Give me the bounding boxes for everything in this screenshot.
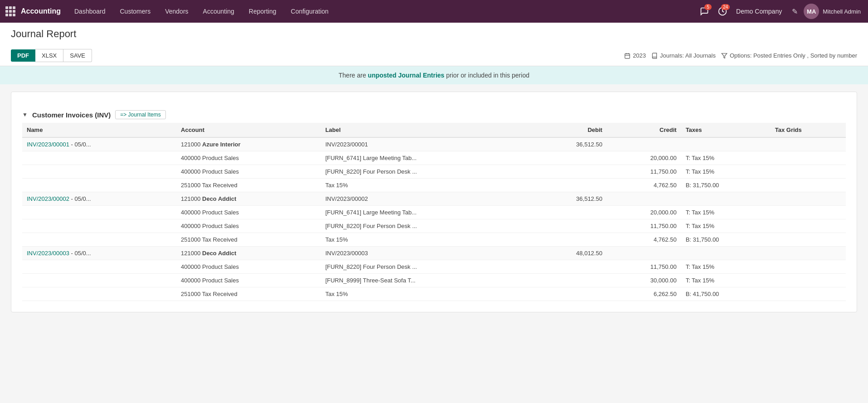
toolbar: PDF XLSX SAVE 2023 Journals: All Journal… xyxy=(11,45,857,66)
table-row: 251000 Tax Received Tax 15% 6,262.50 B: … xyxy=(22,287,846,301)
avatar[interactable]: MA xyxy=(804,4,819,19)
sub-taxes: T: Tax 15% xyxy=(681,165,771,179)
sub-credit: 6,262.50 xyxy=(607,287,681,301)
entry-account: 121000 Deco Addict xyxy=(176,192,321,206)
sub-taxes: B: 31,750.00 xyxy=(681,233,771,247)
sub-credit: 4,762.50 xyxy=(607,179,681,192)
entry-link[interactable]: INV/2023/00001 xyxy=(27,141,69,148)
sub-label: [FURN_8220] Four Person Desk ... xyxy=(321,260,533,274)
entry-debit: 36,512.50 xyxy=(533,192,607,206)
nav-dashboard[interactable]: Dashboard xyxy=(68,0,112,23)
tools-icon[interactable]: ✎ xyxy=(787,4,802,19)
table-body: INV/2023/00001 - 05/0... 121000 Azure In… xyxy=(22,137,846,301)
main-content: ▼ Customer Invoices (INV) => Journal Ite… xyxy=(0,84,868,320)
sub-taxgrids xyxy=(771,274,846,287)
sub-debit xyxy=(533,206,607,219)
sub-debit xyxy=(533,233,607,247)
entry-name[interactable]: INV/2023/00003 - 05/0... xyxy=(22,247,176,260)
table-header: Name Account Label Debit Credit Taxes Ta… xyxy=(22,123,846,137)
nav-reporting[interactable]: Reporting xyxy=(242,0,283,23)
sub-taxes: T: Tax 15% xyxy=(681,219,771,233)
table-row: 400000 Product Sales [FURN_8220] Four Pe… xyxy=(22,165,846,179)
sub-credit: 30,000.00 xyxy=(607,274,681,287)
sub-name xyxy=(22,233,176,247)
sub-debit xyxy=(533,274,607,287)
journal-items-link[interactable]: => Journal Items xyxy=(115,110,165,119)
sub-credit: 11,750.00 xyxy=(607,260,681,274)
entry-credit xyxy=(607,137,681,151)
svg-marker-5 xyxy=(722,53,727,58)
col-label: Label xyxy=(321,123,533,137)
col-credit: Credit xyxy=(607,123,681,137)
app-brand: Accounting xyxy=(19,7,63,15)
entry-name[interactable]: INV/2023/00001 - 05/0... xyxy=(22,137,176,151)
top-navigation: Accounting Dashboard Customers Vendors A… xyxy=(0,0,868,23)
company-name[interactable]: Demo Company xyxy=(732,8,786,15)
nav-configuration[interactable]: Configuration xyxy=(285,0,335,23)
sub-debit xyxy=(533,151,607,165)
year-filter-label: 2023 xyxy=(633,52,646,59)
col-debit: Debit xyxy=(533,123,607,137)
pdf-button[interactable]: PDF xyxy=(11,49,35,62)
sub-debit xyxy=(533,219,607,233)
app-logo[interactable]: Accounting xyxy=(5,6,63,16)
user-name[interactable]: Mitchell Admin xyxy=(821,8,863,15)
svg-rect-1 xyxy=(625,53,630,58)
journals-filter-label: Journals: All Journals xyxy=(660,52,716,59)
collapse-button[interactable]: ▼ xyxy=(22,112,28,118)
sub-taxes: B: 31,750.00 xyxy=(681,179,771,192)
sub-taxgrids xyxy=(771,219,846,233)
table-row: 251000 Tax Received Tax 15% 4,762.50 B: … xyxy=(22,179,846,192)
sub-label: Tax 15% xyxy=(321,287,533,301)
entry-name[interactable]: INV/2023/00002 - 05/0... xyxy=(22,192,176,206)
sub-account: 400000 Product Sales xyxy=(176,165,321,179)
sub-label: Tax 15% xyxy=(321,179,533,192)
table-row: INV/2023/00003 - 05/0... 121000 Deco Add… xyxy=(22,247,846,260)
sub-label: [FURN_8220] Four Person Desk ... xyxy=(321,219,533,233)
sub-taxgrids xyxy=(771,287,846,301)
sub-taxes: T: Tax 15% xyxy=(681,151,771,165)
sub-taxgrids xyxy=(771,233,846,247)
nav-accounting[interactable]: Accounting xyxy=(197,0,241,23)
banner-link[interactable]: unposted Journal Entries xyxy=(368,72,445,79)
col-taxgrids: Tax Grids xyxy=(771,123,846,137)
sub-account: 251000 Tax Received xyxy=(176,179,321,192)
options-filter[interactable]: Options: Posted Entries Only , Sorted by… xyxy=(721,52,857,59)
entry-taxes xyxy=(681,192,771,206)
book-icon xyxy=(651,53,658,59)
xlsx-button[interactable]: XLSX xyxy=(35,49,63,62)
entry-debit: 48,012.50 xyxy=(533,247,607,260)
nav-vendors[interactable]: Vendors xyxy=(159,0,194,23)
info-banner: There are unposted Journal Entries prior… xyxy=(0,66,868,84)
table-row: 400000 Product Sales [FURN_6741] Large M… xyxy=(22,151,846,165)
entry-debit: 36,512.50 xyxy=(533,137,607,151)
sub-account: 251000 Tax Received xyxy=(176,233,321,247)
sub-name xyxy=(22,219,176,233)
sub-label: Tax 15% xyxy=(321,233,533,247)
entry-link[interactable]: INV/2023/00003 xyxy=(27,250,69,257)
journal-section: ▼ Customer Invoices (INV) => Journal Ite… xyxy=(22,110,846,301)
sub-debit xyxy=(533,260,607,274)
table-row: INV/2023/00002 - 05/0... 121000 Deco Add… xyxy=(22,192,846,206)
entry-taxgrids xyxy=(771,247,846,260)
sub-taxes: T: Tax 15% xyxy=(681,260,771,274)
clock-icon-btn[interactable]: 24 xyxy=(714,3,731,19)
sub-account: 400000 Product Sales xyxy=(176,206,321,219)
filter-icon xyxy=(721,53,727,59)
nav-customers[interactable]: Customers xyxy=(114,0,157,23)
grid-menu-icon[interactable] xyxy=(5,6,15,16)
sub-taxes: B: 41,750.00 xyxy=(681,287,771,301)
sub-account: 400000 Product Sales xyxy=(176,219,321,233)
chat-icon-btn[interactable]: 5 xyxy=(696,3,713,19)
journals-filter[interactable]: Journals: All Journals xyxy=(651,52,716,59)
sub-account: 400000 Product Sales xyxy=(176,260,321,274)
entry-link[interactable]: INV/2023/00002 xyxy=(27,195,69,202)
chat-badge: 5 xyxy=(704,4,712,10)
save-button[interactable]: SAVE xyxy=(63,49,92,62)
col-name: Name xyxy=(22,123,176,137)
banner-suffix: prior or included in this period xyxy=(444,72,529,79)
journal-section-title: Customer Invoices (INV) xyxy=(32,111,111,119)
entry-label: INV/2023/00002 xyxy=(321,192,533,206)
year-filter[interactable]: 2023 xyxy=(624,52,646,59)
sub-debit xyxy=(533,165,607,179)
